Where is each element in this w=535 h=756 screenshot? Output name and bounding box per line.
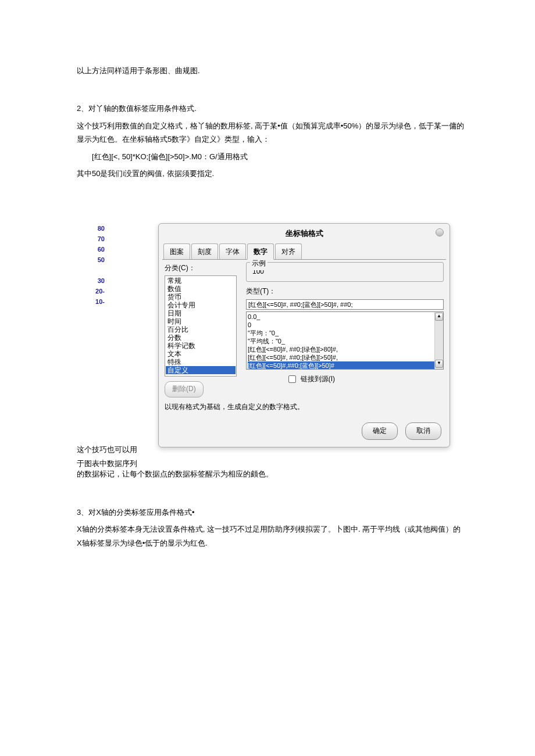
dialog-title-text: 坐标轴格式 [286,229,323,238]
link-to-source-row: 链接到源(I) [246,373,444,386]
cat-item[interactable]: 特殊 [166,358,236,366]
scroll-up-icon[interactable]: ▲ [435,313,443,321]
intro-text: 以上方法同样适用于条形图、曲规图. [77,64,465,77]
category-list[interactable]: 常规 数值 货币 会计专用 日期 时间 百分比 分数 科学记数 文本 特殊 自定… [165,275,237,377]
wrap-text-left: 这个技巧也可以用 于图表中数据序列 [77,443,152,470]
tab-scale[interactable]: 刻度 [191,243,218,260]
cancel-button[interactable]: 取消 [405,422,441,440]
sec3-p1: X轴的分类标签本身无法设置条件格式, 这一技巧不过足用防助序列模拟罢了。卜图中.… [77,522,465,550]
ytick: 30 [77,275,105,286]
sec2-title: 2、对丫轴的数值标签应用条件格式. [77,102,465,115]
ytick: 80 [77,223,105,234]
cat-item[interactable]: 数值 [166,285,236,293]
scroll-down-icon[interactable]: ▼ [435,360,443,368]
ytick: 10- [77,296,105,307]
ytick: 20- [77,286,105,296]
type-item[interactable]: 0.0_ [248,313,442,321]
axis-format-dialog: 坐标轴格式 图案 刻度 字体 数字 对齐 分类(C)： 常规 数值 [158,223,450,447]
dialog-hint: 以现有格式为基础，生成自定义的数字格式。 [159,400,450,420]
tab-font[interactable]: 字体 [219,243,246,260]
ok-button[interactable]: 确定 [362,422,398,440]
example-value: 100 [250,264,440,280]
ytick: 60 [77,244,105,255]
cat-item[interactable]: 分数 [166,334,236,342]
tab-align[interactable]: 对齐 [275,243,302,260]
type-item-selected[interactable]: [红色][<=50]#,##0;[蓝色][>50]# [248,361,442,370]
cat-item[interactable]: 百分比 [166,325,236,334]
type-item[interactable]: "平均线："0_ [248,337,442,345]
link-checkbox[interactable] [288,375,296,383]
sec2-code: [红色][<, 50]*KO;[偏色][>50]>.M0：G/通用格式 [77,150,465,163]
y-axis-ticks: 80 70 60 50 30 20- 10- [77,223,105,307]
type-label: 类型(T)： [246,285,444,298]
sec3-title: 3、对X轴的分类标签应用条件格式• [77,506,465,519]
cat-item[interactable]: 文本 [166,350,236,358]
scrollbar[interactable]: ▲ ▼ [434,312,443,369]
type-item[interactable]: "平均："0_ [248,329,442,337]
delete-button[interactable]: 删除(D) [165,381,204,397]
type-list[interactable]: 0.0_ 0 "平均："0_ "平均线："0_ [红色][<=80]#, ##0… [246,311,444,370]
sec2-p1: 这个技巧利用数值的自定义格式，格丫轴的数用标签, 高于某•值（如预算完成率•50… [77,119,465,146]
cat-item[interactable]: 会计专用 [166,301,236,309]
sec2-p2: 其中50是我们i没置的阀值, 依据须要指定. [77,167,465,180]
link-label: 链接到源(I) [301,375,335,383]
below-line2: 于图表中数据序列 [77,457,152,470]
ytick: 50 [77,255,105,265]
category-label: 分类(C)： [165,262,246,275]
dialog-corner-icon[interactable] [436,228,444,237]
cat-item[interactable]: 日期 [166,309,236,317]
type-item[interactable]: [红色][<=50]#, ##0;[绿色][>50]#, [248,353,442,361]
example-fieldset: 示例 100 [246,262,444,282]
cat-item[interactable]: 科学记数 [166,342,236,350]
type-item[interactable]: 0 [248,321,442,329]
tab-pattern[interactable]: 图案 [163,243,190,260]
type-item[interactable]: [红色][<=80]#, ##0;[绿色][>80]#, [248,345,442,353]
cat-item[interactable]: 常规 [166,277,236,285]
type-input[interactable] [246,299,444,310]
ytick [77,265,105,275]
cat-item[interactable]: 时间 [166,317,236,325]
cat-item[interactable]: 货币 [166,293,236,301]
dialog-title: 坐标轴格式 [159,224,450,242]
below-line1: 这个技巧也可以用 [77,443,152,456]
dialog-tabs: 图案 刻度 字体 数字 对齐 [162,243,446,260]
ytick: 70 [77,234,105,244]
figure-area: 80 70 60 50 30 20- 10- 坐标轴格式 图案 刻度 字体 数字 [77,223,465,467]
cat-item-selected[interactable]: 自定义 [166,366,236,374]
example-label: 示例 [250,257,268,270]
